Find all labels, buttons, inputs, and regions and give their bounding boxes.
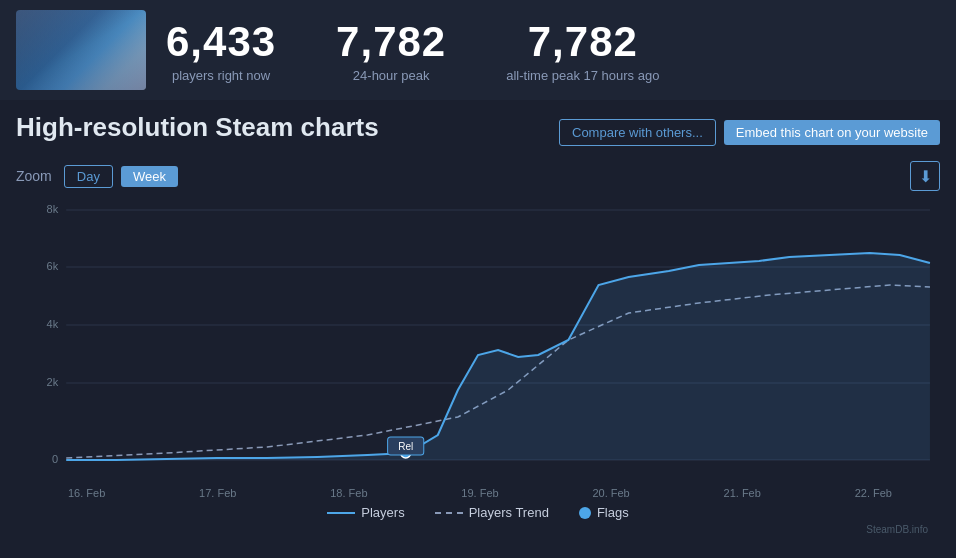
- svg-text:8k: 8k: [47, 203, 59, 215]
- svg-text:0: 0: [52, 453, 58, 465]
- header: 6,433 players right now 7,782 24-hour pe…: [0, 0, 956, 100]
- chart-svg: 8k 6k 4k 2k 0 Rel: [16, 195, 940, 485]
- x-label-6: 21. Feb: [724, 487, 761, 499]
- stat-alltime-peak: 7,782 all-time peak 17 hours ago: [506, 18, 659, 83]
- legend-trend-label: Players Trend: [469, 505, 549, 520]
- legend-solid-line: [327, 512, 355, 514]
- legend-circle-marker: [579, 507, 591, 519]
- legend-dashed-line: [435, 512, 463, 514]
- x-label-4: 19. Feb: [461, 487, 498, 499]
- stat-24h-peak: 7,782 24-hour peak: [336, 18, 446, 83]
- x-label-3: 18. Feb: [330, 487, 367, 499]
- embed-button[interactable]: Embed this chart on your website: [724, 120, 940, 145]
- x-label-1: 16. Feb: [68, 487, 105, 499]
- x-label-2: 17. Feb: [199, 487, 236, 499]
- x-label-7: 22. Feb: [855, 487, 892, 499]
- 24h-peak-label: 24-hour peak: [336, 68, 446, 83]
- game-thumbnail: [16, 10, 146, 90]
- current-players-label: players right now: [166, 68, 276, 83]
- zoom-day-button[interactable]: Day: [64, 165, 113, 188]
- alltime-peak-label: all-time peak 17 hours ago: [506, 68, 659, 83]
- chart-title: High-resolution Steam charts: [16, 112, 379, 143]
- stat-current-players: 6,433 players right now: [166, 18, 276, 83]
- action-buttons: Compare with others... Embed this chart …: [559, 119, 940, 146]
- x-axis: 16. Feb 17. Feb 18. Feb 19. Feb 20. Feb …: [16, 485, 940, 499]
- current-players-value: 6,433: [166, 18, 276, 66]
- zoom-controls: Zoom Day Week: [16, 165, 178, 188]
- zoom-week-button[interactable]: Week: [121, 166, 178, 187]
- svg-text:Rel: Rel: [398, 441, 413, 452]
- legend-trend: Players Trend: [435, 505, 549, 520]
- watermark: SteamDB.info: [16, 524, 940, 535]
- legend-flags-label: Flags: [597, 505, 629, 520]
- zoom-label: Zoom: [16, 168, 52, 184]
- svg-text:4k: 4k: [47, 318, 59, 330]
- svg-marker-10: [66, 253, 930, 460]
- legend-flags: Flags: [579, 505, 629, 520]
- chart-controls: Zoom Day Week ⬇: [16, 161, 940, 191]
- chart-area: 8k 6k 4k 2k 0 Rel: [16, 195, 940, 485]
- chart-section: High-resolution Steam charts Compare wit…: [0, 100, 956, 535]
- svg-text:6k: 6k: [47, 260, 59, 272]
- legend-players-label: Players: [361, 505, 404, 520]
- 24h-peak-value: 7,782: [336, 18, 446, 66]
- stats-group: 6,433 players right now 7,782 24-hour pe…: [166, 18, 659, 83]
- legend-players: Players: [327, 505, 404, 520]
- compare-button[interactable]: Compare with others...: [559, 119, 716, 146]
- x-label-5: 20. Feb: [592, 487, 629, 499]
- alltime-peak-value: 7,782: [506, 18, 659, 66]
- chart-legend: Players Players Trend Flags: [16, 499, 940, 522]
- download-button[interactable]: ⬇: [910, 161, 940, 191]
- svg-text:2k: 2k: [47, 376, 59, 388]
